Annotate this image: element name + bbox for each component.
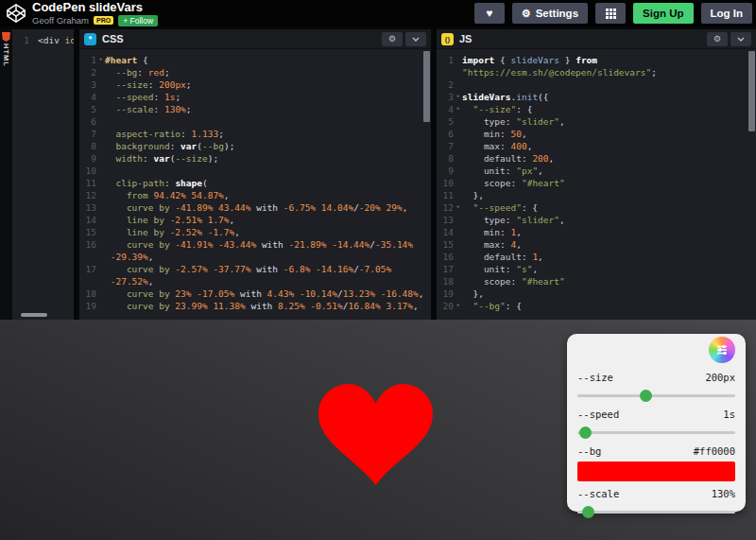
css-code-editor[interactable]: 1▾#heart {2 --bg: red;3 --size: 200px;4 …	[79, 49, 431, 320]
fold-arrow-icon[interactable]: ▾	[96, 54, 105, 66]
html-code-editor[interactable]: 1<div id=	[12, 29, 74, 320]
code-line[interactable]: "https://esm.sh/@codepen/slidevars";	[437, 66, 756, 78]
slider-track[interactable]	[577, 506, 735, 518]
code-line[interactable]: 4▾ "--size": {	[437, 103, 756, 115]
code-text: },	[462, 287, 484, 300]
line-number: 15	[437, 238, 454, 251]
code-text: scope: "#heart"	[462, 275, 565, 287]
code-line[interactable]: 15 line by -2.52% -1.7%,	[79, 226, 431, 238]
code-line[interactable]: 1▾#heart {	[79, 54, 431, 66]
like-button[interactable]: ♥	[474, 3, 505, 24]
code-text: "https://esm.sh/@codepen/slidevars";	[462, 66, 657, 78]
code-line[interactable]: 18 scope: "#heart"	[437, 275, 756, 287]
code-line[interactable]: 12▾ "--speed": {	[437, 201, 756, 214]
js-scrollbar-thumb[interactable]	[748, 51, 755, 131]
fold-arrow-icon[interactable]: ▾	[454, 201, 462, 214]
settings-button[interactable]: ⚙ Settings	[512, 3, 588, 24]
follow-button[interactable]: + Follow	[118, 15, 158, 26]
code-line[interactable]: 14 min: 1,	[437, 226, 756, 238]
author-name[interactable]: Geoff Graham	[32, 15, 89, 26]
fold-arrow-icon[interactable]: ▾	[454, 300, 462, 312]
code-line[interactable]: 8 default: 200,	[437, 152, 756, 165]
code-line[interactable]: 5 type: "slider",	[437, 115, 756, 128]
code-line[interactable]: 6	[79, 115, 431, 128]
js-pane-header: () JS ⚙	[437, 29, 756, 49]
code-line[interactable]: 1<div id=	[12, 34, 74, 46]
fold-spacer	[96, 103, 105, 115]
line-number: 9	[437, 165, 454, 177]
code-line[interactable]: 3▾slideVars.init({	[437, 91, 756, 103]
js-code-editor[interactable]: 1import { slideVars } from"https://esm.s…	[437, 49, 756, 320]
code-line[interactable]: 17 unit: "s",	[437, 263, 756, 275]
slider-thumb[interactable]	[582, 506, 594, 518]
line-number: 3	[79, 78, 96, 91]
code-line[interactable]: 9 unit: "px",	[437, 165, 756, 177]
code-line[interactable]: 16 default: 1,	[437, 251, 756, 263]
fold-spacer	[96, 201, 105, 214]
html-pane-tab[interactable]: HTML	[0, 29, 12, 320]
slider-track-line	[577, 511, 735, 514]
code-line[interactable]: 13 curve by -41.89% 43.44% with -6.75% 1…	[79, 201, 431, 214]
code-line[interactable]: 15 max: 4,	[437, 238, 756, 251]
code-line[interactable]: 7 aspect-ratio: 1.133;	[79, 128, 431, 140]
line-number: 1	[437, 54, 454, 66]
code-line[interactable]: 1import { slideVars } from	[437, 54, 756, 66]
css-scrollbar-thumb[interactable]	[423, 51, 430, 122]
line-number: 4	[79, 91, 96, 103]
code-line[interactable]: 13 type: "slider",	[437, 214, 756, 226]
js-settings-button[interactable]: ⚙	[707, 32, 728, 46]
code-line[interactable]: 19 },	[437, 287, 756, 300]
code-line[interactable]: 8 background: var(--bg);	[79, 140, 431, 152]
slidevars-settings-button[interactable]	[709, 337, 735, 363]
code-line[interactable]: 4 --speed: 1s;	[79, 91, 431, 103]
color-swatch[interactable]	[577, 462, 735, 481]
code-line[interactable]: 19 curve by 23.99% 11.38% with 8.25% -0.…	[79, 300, 431, 312]
code-text: min: 50,	[462, 128, 527, 140]
code-line[interactable]: 7 max: 400,	[437, 140, 756, 152]
code-line[interactable]: 11 },	[437, 189, 756, 201]
code-line[interactable]: 16 curve by -41.91% -43.44% with -21.89%…	[79, 238, 431, 251]
code-text: from 94.42% 54.87%,	[105, 189, 230, 201]
change-view-button[interactable]	[595, 3, 626, 24]
code-text: curve by -2.57% -37.77% with -6.8% -14.1…	[105, 263, 391, 275]
code-line[interactable]: 3 --size: 200px;	[79, 78, 431, 91]
fold-spacer	[454, 238, 462, 251]
code-text: --scale: 130%;	[105, 103, 192, 115]
code-line[interactable]: 10	[79, 165, 431, 177]
code-text: aspect-ratio: 1.133;	[105, 128, 224, 140]
login-button[interactable]: Log In	[701, 3, 753, 24]
code-line[interactable]: 10 scope: "#heart"	[437, 177, 756, 189]
slider-track[interactable]	[577, 427, 735, 439]
code-line[interactable]: 11 clip-path: shape(	[79, 177, 431, 189]
code-line[interactable]: 6 min: 50,	[437, 128, 756, 140]
slider-thumb[interactable]	[579, 427, 592, 439]
js-collapse-button[interactable]	[730, 32, 751, 46]
code-text: max: 400,	[462, 140, 532, 152]
code-text: max: 4,	[462, 238, 522, 251]
code-line[interactable]: 12 from 94.42% 54.87%,	[79, 189, 431, 201]
control-value: 130%	[712, 488, 735, 499]
code-line[interactable]: 20▾ "--bg": {	[437, 300, 756, 312]
css-settings-button[interactable]: ⚙	[382, 32, 403, 46]
code-line[interactable]: 5 --scale: 130%;	[79, 103, 431, 115]
line-number: 9	[79, 152, 96, 165]
code-line[interactable]: 2	[437, 78, 756, 91]
code-line[interactable]: 2 --bg: red;	[79, 66, 431, 78]
signup-button[interactable]: Sign Up	[633, 3, 693, 24]
code-line[interactable]: 9 width: var(--size);	[79, 152, 431, 165]
js-pane: () JS ⚙ 1import { slideVars } from"https…	[437, 29, 756, 320]
css-pane-label: CSS	[102, 33, 124, 44]
code-line[interactable]: 17 curve by -2.57% -37.77% with -6.8% -1…	[79, 263, 431, 275]
code-line[interactable]: 14 line by -2.51% 1.7%,	[79, 214, 431, 226]
css-collapse-button[interactable]	[405, 32, 426, 46]
html-horizontal-scrollbar-thumb[interactable]	[21, 313, 47, 317]
code-text: type: "slider",	[462, 214, 565, 226]
slider-thumb[interactable]	[640, 390, 652, 402]
code-line[interactable]: -29.39%,	[79, 251, 431, 263]
fold-arrow-icon[interactable]: ▾	[454, 103, 462, 115]
fold-arrow-icon[interactable]: ▾	[454, 91, 462, 103]
slider-track[interactable]	[577, 390, 735, 402]
code-line[interactable]: 18 curve by 23% -17.05% with 4.43% -10.1…	[79, 287, 431, 300]
codepen-logo-icon[interactable]	[6, 3, 26, 24]
code-line[interactable]: -27.52%,	[79, 275, 431, 287]
